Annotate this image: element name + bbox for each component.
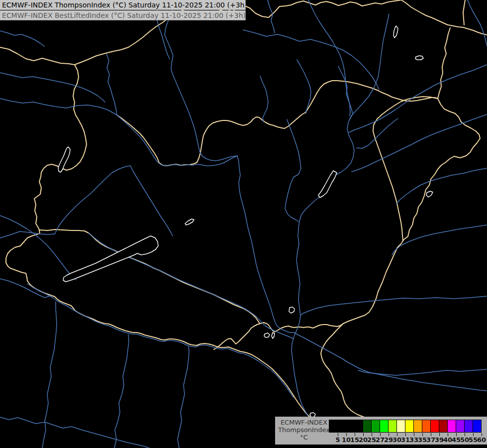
legend-tick-label: 60 (477, 436, 486, 444)
legend-cell-31 (397, 420, 405, 432)
legend-cell-25 (363, 420, 371, 432)
legend-cell-50 (456, 420, 464, 432)
legend-cell-45 (448, 420, 456, 432)
legend-cell-55 (465, 420, 473, 432)
legend-tick-label: 50 (460, 436, 469, 444)
legend-index-name: ThompsonIndex (278, 426, 330, 434)
legend-tick-label: 25 (367, 436, 376, 444)
legend-tick-label: 55 (469, 436, 478, 444)
title-text-line1: ECMWF-INDEX ThompsonIndex (°C) Saturday … (2, 1, 246, 9)
legend-cell-40 (439, 420, 447, 432)
legend-cell-30 (389, 420, 396, 432)
legend-cell-15 (346, 420, 354, 432)
legend-tick-label: 29 (384, 436, 393, 444)
legend-tick-label: 45 (452, 436, 461, 444)
map-canvas (0, 0, 487, 448)
legend-cell-37 (422, 420, 430, 432)
legend-tick-label: 31 (401, 436, 410, 444)
legend-tick-label: 5 (335, 436, 340, 444)
legend-unit: °C (278, 434, 330, 441)
legend-tick-label: 27 (376, 436, 385, 444)
legend-label-block: ECMWF-INDEX ThompsonIndex °C (278, 419, 330, 441)
legend-cell-10 (338, 420, 346, 432)
legend-cell-33 (405, 420, 413, 432)
legend-tick-label: 35 (418, 436, 427, 444)
title-bar-thompson-index: ECMWF-INDEX ThompsonIndex (°C) Saturday … (0, 0, 246, 10)
legend-color-scale: 51015202527293031333537394045505560 (329, 420, 483, 444)
legend-tick-label: 40 (443, 436, 452, 444)
legend-cell-39 (431, 420, 439, 432)
weather-map-screen: ECMWF-INDEX ThompsonIndex (°C) Saturday … (0, 0, 487, 448)
lake-small-south-1 (264, 333, 270, 337)
legend-tick-label: 30 (392, 436, 401, 444)
legend-cell-20 (355, 420, 363, 432)
legend-cell-29 (380, 420, 388, 432)
lake-small-north-2 (415, 56, 423, 60)
legend-tick-label: 39 (435, 436, 444, 444)
legend-cell-35 (414, 420, 422, 432)
legend-cell-27 (372, 420, 380, 432)
legend-product-name: ECMWF-INDEX (278, 419, 330, 426)
legend-tick-label: 33 (409, 436, 418, 444)
legend-color-cells (329, 420, 482, 433)
legend-cell-5 (329, 420, 337, 432)
legend-panel: ECMWF-INDEX ThompsonIndex °C 51015202527… (275, 417, 487, 445)
legend-tick-label: 15 (350, 436, 359, 444)
legend-tick-label: 37 (426, 436, 435, 444)
title-text-line2: ECMWF-INDEX BestLiftedIndex (°C) Saturda… (2, 11, 246, 19)
legend-tick-label: 10 (342, 436, 351, 444)
legend-cell-60 (473, 420, 481, 432)
legend-tick-label: 20 (359, 436, 368, 444)
title-bar-best-lifted-index: ECMWF-INDEX BestLiftedIndex (°C) Saturda… (0, 10, 246, 20)
